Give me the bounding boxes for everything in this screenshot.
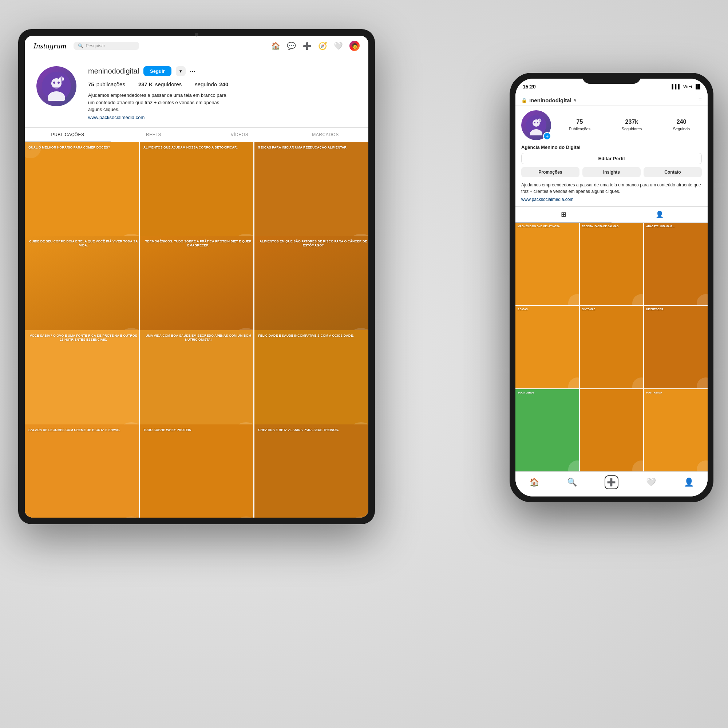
hamburger-icon[interactable]: ≡ <box>699 97 702 103</box>
explore-icon[interactable]: 🧭 <box>318 41 327 50</box>
phone-cell-1[interactable]: MAGNÉSIO do ovo gelátinosa <box>515 223 579 305</box>
phone-device: 15:20 ▌▌▌ WiFi ▐█ 🔒 meninododigital ∨ ≡ <box>509 73 713 502</box>
phone-cell-3[interactable]: ABACATE. umamami... <box>644 223 708 305</box>
phone-cell-text-3: ABACATE. umamami... <box>646 225 674 228</box>
phone-search-icon[interactable]: 🔍 <box>567 477 577 487</box>
svg-rect-5 <box>53 87 60 88</box>
followers-stat: 237 K seguidores <box>138 81 182 87</box>
edit-profile-button[interactable]: Editar Perfil <box>521 153 702 164</box>
search-icon: 🔍 <box>78 43 83 48</box>
cell-text-10: SALADA DE LEGUMES com creme de ricota e … <box>28 428 120 432</box>
phone-create-icon[interactable]: ➕ <box>605 476 618 489</box>
phone-cell-2[interactable]: RECEITA: pasta de salmão <box>580 223 644 305</box>
profile-username: meninododigital <box>88 67 139 75</box>
phone-cell-5[interactable]: SINTOMAS <box>580 306 644 388</box>
phone-cell-4[interactable]: 3 DICAS <box>515 306 579 388</box>
tab-tagged[interactable]: MARCADOS <box>283 128 369 142</box>
phone-heart-icon[interactable]: 🤍 <box>646 477 656 487</box>
phone-username: meninododigital <box>529 97 572 103</box>
phone-cell-7[interactable]: SUCO VERDE <box>515 389 579 471</box>
phone-screen: 15:20 ▌▌▌ WiFi ▐█ 🔒 meninododigital ∨ ≡ <box>515 79 708 497</box>
svg-point-4 <box>58 81 60 84</box>
cell-text-1: QUAL O MELHOR HORÁRIO para comer doces? <box>28 145 110 150</box>
search-box[interactable]: 🔍 Pesquisar <box>73 42 139 50</box>
cell-text-6: ALIMENTOS em que são fatores de risco pa… <box>258 240 369 248</box>
svg-point-11 <box>534 122 535 123</box>
cell-text-3: 5 DICAS para iniciar uma reeducação alim… <box>258 145 347 150</box>
phone-tab-grid[interactable]: ⊞ <box>515 207 612 222</box>
phone-bottom-nav: 🏠 🔍 ➕ 🤍 👤 <box>515 471 708 497</box>
instagram-logo: Instagram <box>34 41 66 50</box>
phone-avatar: + <box>521 110 551 140</box>
more-button[interactable]: ··· <box>190 67 196 75</box>
wifi-icon: WiFi <box>683 84 692 89</box>
cell-text-9: FELICIDADE E SAÚDE Incompatíveis com a o… <box>258 334 354 338</box>
publications-num: 75 <box>88 81 94 87</box>
phone-cell-text-9: PÓS TREINO <box>646 391 662 394</box>
phone-cell-text-2: RECEITA: pasta de salmão <box>582 225 619 228</box>
instagram-topbar: Instagram 🔍 Pesquisar 🏠 💬 ➕ 🧭 🤍 🧑 <box>25 36 369 56</box>
search-placeholder: Pesquisar <box>86 43 105 48</box>
grid-cell-12[interactable]: CREATINA E BETA ALANINA para seus treino… <box>254 424 369 518</box>
tablet-screen: Instagram 🔍 Pesquisar 🏠 💬 ➕ 🧭 🤍 🧑 <box>25 36 369 518</box>
nav-icons: 🏠 💬 ➕ 🧭 🤍 🧑 <box>271 41 359 51</box>
phone-cell-text-5: SINTOMAS <box>582 308 595 311</box>
phone-display-name: Agência Menino do Digital <box>521 145 702 150</box>
cell-text-2: ALIMENTOS que ajudam nossa corpo a detox… <box>144 145 238 150</box>
phone-profile: + 75 Publicações 237k Seguidores 240 Seg… <box>515 106 708 206</box>
phone-publications-stat: 75 Publicações <box>569 119 590 132</box>
phone-cell-text-7: SUCO VERDE <box>518 391 534 394</box>
promotions-button[interactable]: Promoções <box>521 167 580 177</box>
phone-cell-8[interactable] <box>580 389 644 471</box>
profile-avatar <box>37 66 76 106</box>
cell-text-8: UMA VIDA COM BOA SAÚDE Em segredo apenas… <box>144 334 254 342</box>
svg-point-12 <box>537 122 538 123</box>
phone-profile-icon[interactable]: 👤 <box>684 477 694 487</box>
svg-point-6 <box>59 77 64 81</box>
phone-following-label: Seguindo <box>673 127 690 131</box>
phone-notch <box>583 73 641 84</box>
phone-cell-6[interactable]: HIPERTROFIA <box>644 306 708 388</box>
cell-text-12: CREATINA E BETA ALANINA para seus treino… <box>258 428 338 432</box>
phone-followers-label: Seguidores <box>622 127 642 131</box>
follow-button[interactable]: Seguir <box>144 66 171 76</box>
phone-publications-label: Publicações <box>569 127 590 131</box>
phone-following-num: 240 <box>673 119 690 125</box>
username-row: meninododigital Seguir ▾ ··· <box>88 66 357 76</box>
phone-link[interactable]: www.packsocialmedia.com <box>521 197 702 202</box>
profile-tabs: PUBLICAÇÕES REELS VÍDEOS MARCADOS <box>25 127 369 142</box>
signal-icon: ▌▌▌ <box>671 84 681 89</box>
svg-point-3 <box>53 81 55 84</box>
following-stat: seguindo 240 <box>195 81 228 87</box>
profile-link[interactable]: www.packsocialmedia.com <box>88 115 357 120</box>
posts-grid: QUAL O MELHOR HORÁRIO para comer doces? … <box>25 142 369 518</box>
contact-button[interactable]: Contato <box>644 167 702 177</box>
grid-cell-10[interactable]: SALADA DE LEGUMES com creme de ricota e … <box>25 424 139 518</box>
tab-videos[interactable]: VÍDEOS <box>197 128 283 142</box>
tab-publications[interactable]: PUBLICAÇÕES <box>25 128 111 142</box>
phone-followers-num: 237k <box>622 119 642 125</box>
clock: 15:20 <box>523 84 671 90</box>
phone-action-buttons: Promoções Insights Contato <box>521 167 702 177</box>
insights-button[interactable]: Insights <box>583 167 641 177</box>
cell-text-4: CUIDE DE SEU CORPO boia e tela que você … <box>28 240 139 248</box>
home-icon[interactable]: 🏠 <box>271 41 280 50</box>
create-icon[interactable]: ➕ <box>303 41 312 50</box>
grid-cell-11[interactable]: TUDO sobre Whey Protein <box>140 424 254 518</box>
phone-home-icon[interactable]: 🏠 <box>529 477 539 487</box>
tab-reels[interactable]: REELS <box>111 128 197 142</box>
dropdown-button[interactable]: ▾ <box>176 66 186 76</box>
messages-icon[interactable]: 💬 <box>287 41 296 50</box>
add-photo-button[interactable]: + <box>543 132 551 140</box>
cell-text-7: VOCÊ SABIA? O ovo é uma fonte rica de pr… <box>28 334 139 342</box>
phone-cell-9[interactable]: PÓS TREINO <box>644 389 708 471</box>
phone-grid-tabs: ⊞ 👤 <box>515 206 708 223</box>
status-icons: ▌▌▌ WiFi ▐█ <box>671 84 700 89</box>
phone-cell-text-4: 3 DICAS <box>518 308 528 311</box>
phone-tab-tagged[interactable]: 👤 <box>612 207 708 222</box>
phone-cell-text-6: HIPERTROFIA <box>646 308 663 311</box>
heart-icon[interactable]: 🤍 <box>334 41 343 50</box>
stats-row: 75 publicações 237 K seguidores seguindo… <box>88 81 357 87</box>
profile-avatar-nav[interactable]: 🧑 <box>349 41 359 51</box>
phone-cell-text-1: MAGNÉSIO do ovo gelátinosa <box>518 225 560 228</box>
